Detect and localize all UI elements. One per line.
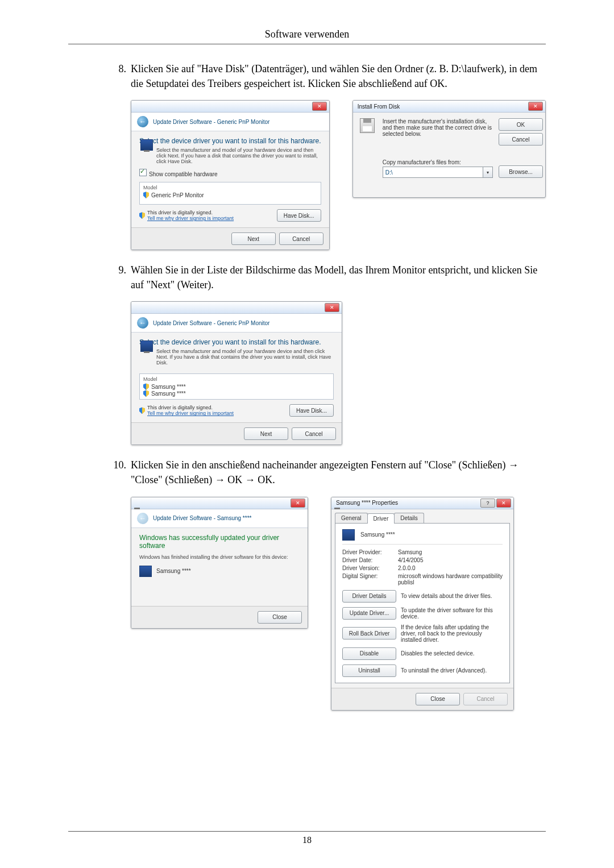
close-button[interactable]: Close bbox=[416, 693, 460, 705]
driver-details-button[interactable]: Driver Details bbox=[342, 590, 396, 603]
shield-icon bbox=[139, 212, 145, 219]
shield-icon bbox=[139, 407, 145, 414]
list-header: Model bbox=[143, 376, 330, 382]
next-button[interactable]: Next bbox=[244, 427, 288, 440]
title-text: Samsung **** Properties bbox=[336, 500, 398, 506]
signed-notice: This driver is digitally signed. Tell me… bbox=[139, 209, 321, 222]
breadcrumb: ← Update Driver Software - Generic PnP M… bbox=[131, 113, 329, 131]
titlebar: ✕ bbox=[131, 302, 342, 314]
have-disk-button[interactable]: Have Disk... bbox=[277, 209, 321, 222]
step-10: 10. Klicken Sie in den anschießend nache… bbox=[102, 458, 546, 487]
update-driver-button[interactable]: Update Driver... bbox=[342, 607, 396, 620]
close-icon[interactable]: ✕ bbox=[312, 102, 327, 111]
list-item-label: Generic PnP Monitor bbox=[151, 192, 204, 198]
list-item[interactable]: Samsung **** bbox=[143, 390, 330, 397]
step-number: 9. bbox=[102, 263, 131, 292]
browse-button[interactable]: Browse... bbox=[499, 165, 543, 178]
document-page: Software verwenden 8. Klicken Sie auf "H… bbox=[0, 0, 614, 868]
show-compatible-checkbox[interactable]: Show compatible hardware bbox=[139, 169, 321, 177]
breadcrumb: ← Update Driver Software - Generic PnP M… bbox=[131, 314, 342, 333]
list-item-label: Samsung **** bbox=[151, 384, 186, 390]
signer-value: microsoft windows hardware compatibility… bbox=[398, 573, 503, 585]
update-driver-desc: To update the driver software for this d… bbox=[401, 607, 503, 620]
next-button[interactable]: Next bbox=[231, 232, 276, 245]
dialog-heading: Windows has successfully updated your dr… bbox=[139, 534, 300, 550]
signed-link[interactable]: Tell me why driver signing is important bbox=[147, 215, 234, 221]
ok-button[interactable]: OK bbox=[499, 118, 543, 131]
model-list[interactable]: Model Generic PnP Monitor bbox=[139, 182, 321, 205]
step-text: Klicken Sie in den anschießend nacheinan… bbox=[131, 458, 546, 487]
disable-desc: Disables the selected device. bbox=[401, 650, 503, 657]
close-icon[interactable]: ✕ bbox=[325, 303, 339, 312]
copy-from-label: Copy manufacturer's files from: bbox=[383, 159, 493, 165]
window-buttons: ✕ bbox=[528, 102, 543, 111]
dialog-description: Windows has finished installing the driv… bbox=[139, 554, 300, 560]
tab-body: Samsung **** Driver Provider: Samsung Dr… bbox=[335, 523, 510, 683]
cancel-button[interactable]: Cancel bbox=[279, 232, 323, 245]
close-icon[interactable]: ✕ bbox=[528, 102, 543, 111]
dialog-description: Select the manufacturer and model of you… bbox=[156, 348, 334, 366]
tab-general[interactable]: General bbox=[335, 513, 368, 523]
dialog-select-driver-2: ✕ ← Update Driver Software - Generic PnP… bbox=[131, 301, 342, 445]
help-icon[interactable]: ? bbox=[480, 499, 495, 508]
rollback-driver-button[interactable]: Roll Back Driver bbox=[342, 627, 396, 639]
install-desc: Insert the manufacturer's installation d… bbox=[383, 118, 493, 137]
path-select[interactable]: D:\ bbox=[383, 167, 483, 178]
provider-label: Driver Provider: bbox=[342, 549, 393, 555]
cancel-button[interactable]: Cancel bbox=[292, 427, 336, 440]
monitor-icon bbox=[140, 340, 153, 352]
signed-text: This driver is digitally signed. bbox=[147, 405, 234, 410]
list-item-label: Samsung **** bbox=[151, 391, 186, 397]
provider-value: Samsung bbox=[398, 549, 503, 555]
section-title: Software verwenden bbox=[68, 28, 546, 44]
driver-details-desc: To view details about the driver files. bbox=[401, 593, 503, 599]
dialog-heading: Select the device driver you want to ins… bbox=[139, 338, 334, 346]
title-text: Install From Disk bbox=[358, 103, 400, 110]
dropdown-icon[interactable]: ▾ bbox=[483, 167, 493, 178]
back-icon[interactable]: ← bbox=[137, 317, 148, 329]
model-list[interactable]: Model Samsung **** Samsung **** bbox=[139, 373, 334, 400]
cancel-button[interactable]: Cancel bbox=[499, 133, 543, 146]
date-value: 4/14/2005 bbox=[398, 557, 503, 563]
list-item[interactable]: Generic PnP Monitor bbox=[143, 192, 317, 198]
breadcrumb-text: Update Driver Software - Generic PnP Mon… bbox=[153, 320, 269, 326]
dialog-heading: Select the device driver you want to ins… bbox=[139, 137, 321, 145]
back-icon[interactable]: ← bbox=[137, 116, 148, 127]
monitor-icon bbox=[342, 529, 355, 541]
figure-row-step8: ✕ ← Update Driver Software - Generic PnP… bbox=[131, 100, 546, 250]
titlebar: Samsung **** Properties ? ✕ bbox=[331, 497, 513, 509]
shield-icon bbox=[143, 390, 149, 397]
shield-icon bbox=[143, 192, 149, 198]
step-number: 10. bbox=[102, 458, 131, 487]
uninstall-desc: To uninstall the driver (Advanced). bbox=[401, 667, 503, 674]
signed-notice: This driver is digitally signed. Tell me… bbox=[139, 404, 334, 417]
list-header: Model bbox=[143, 185, 317, 190]
disable-button[interactable]: Disable bbox=[342, 647, 396, 660]
rollback-driver-desc: If the device fails after updating the d… bbox=[401, 624, 503, 643]
window-buttons: ✕ bbox=[312, 102, 327, 111]
have-disk-button[interactable]: Have Disk... bbox=[289, 404, 334, 417]
tab-details[interactable]: Details bbox=[394, 513, 424, 523]
version-label: Driver Version: bbox=[342, 565, 393, 571]
close-button[interactable]: Close bbox=[258, 611, 302, 624]
step-number: 8. bbox=[102, 61, 131, 91]
dialog-install-from-disk: Install From Disk ✕ Insert the manufactu… bbox=[352, 100, 546, 198]
signer-label: Digital Signer: bbox=[342, 573, 393, 585]
signed-link[interactable]: Tell me why driver signing is important bbox=[147, 410, 234, 416]
dialog-select-driver-1: ✕ ← Update Driver Software - Generic PnP… bbox=[131, 100, 330, 250]
dialog-description: Select the manufacturer and model of you… bbox=[156, 147, 321, 164]
button-row: Next Cancel bbox=[131, 227, 329, 250]
list-item[interactable]: Samsung **** bbox=[143, 383, 330, 390]
tabs: General Driver Details bbox=[335, 513, 510, 523]
breadcrumb-text: Update Driver Software - Samsung **** bbox=[153, 515, 251, 521]
back-icon: ← bbox=[137, 513, 148, 524]
uninstall-button[interactable]: Uninstall bbox=[342, 665, 396, 677]
page-number: 18 bbox=[68, 831, 546, 845]
floppy-icon bbox=[360, 118, 375, 133]
monitor-icon bbox=[140, 139, 153, 151]
close-icon[interactable]: ✕ bbox=[496, 499, 511, 508]
close-icon[interactable]: ✕ bbox=[291, 499, 305, 508]
titlebar: ✕ bbox=[131, 497, 308, 509]
tab-driver[interactable]: Driver bbox=[367, 513, 395, 524]
titlebar: Install From Disk ✕ bbox=[353, 101, 545, 113]
